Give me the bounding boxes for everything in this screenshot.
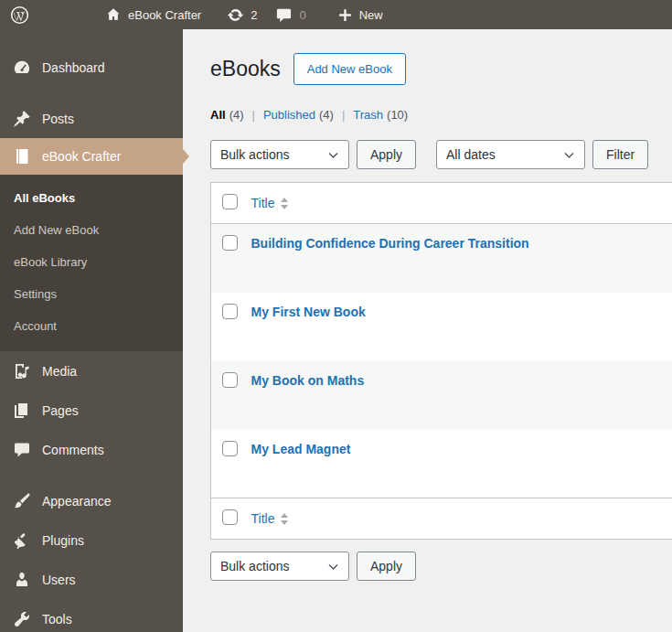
menu-separator: [0, 469, 183, 481]
admin-bar: eBook Crafter 2 0 New: [0, 0, 672, 29]
row-checkbox[interactable]: [222, 372, 238, 388]
filter-button[interactable]: Filter: [592, 140, 648, 169]
plug-icon: [13, 531, 31, 550]
user-icon: [13, 571, 31, 589]
update-icon: [227, 6, 244, 24]
sidebar-item-users[interactable]: Users: [0, 560, 183, 599]
select-all-checkbox[interactable]: [222, 194, 238, 209]
site-name-label: eBook Crafter: [128, 8, 201, 22]
sidebar-item-label: Media: [42, 364, 77, 379]
sidebar-item-label: eBook Crafter: [42, 149, 121, 164]
new-menu-item[interactable]: New: [328, 0, 392, 29]
table-row: My Book on Maths: [211, 361, 672, 430]
chevron-down-icon: [563, 149, 575, 161]
comments-icon: [13, 441, 31, 459]
sidebar-item-posts[interactable]: Posts: [0, 99, 183, 138]
apply-button-bottom[interactable]: Apply: [357, 552, 416, 581]
filter-all: All (4): [210, 108, 263, 122]
filter-published-count: (4): [319, 108, 334, 122]
pushpin-icon: [13, 110, 31, 128]
wordpress-logo-icon: [10, 5, 29, 25]
ebooks-list-table: Title Building Confidence During Career …: [210, 182, 672, 540]
row-checkbox[interactable]: [222, 235, 238, 251]
comments-menu-item[interactable]: 0: [266, 0, 315, 29]
chevron-down-icon: [327, 149, 339, 161]
sidebar-item-plugins[interactable]: Plugins: [0, 520, 183, 560]
sidebar-item-media[interactable]: Media: [0, 351, 183, 391]
filter-published: Published (4): [263, 108, 353, 122]
main-content: eBooks Add New eBook All (4) Published (…: [183, 29, 672, 632]
filter-trash: Trash (10): [353, 108, 408, 122]
new-label: New: [359, 8, 383, 22]
filter-trash-count: (10): [387, 108, 408, 122]
menu-separator: [0, 87, 183, 99]
table-row: Building Confidence During Career Transi…: [211, 224, 672, 293]
ebook-title-link[interactable]: My Book on Maths: [251, 373, 365, 388]
pages-icon: [13, 402, 31, 420]
filter-all-link[interactable]: All: [210, 108, 226, 122]
table-row: My First New Book: [211, 293, 672, 361]
wrench-icon: [13, 610, 31, 628]
ebook-title-link[interactable]: My First New Book: [251, 305, 366, 319]
dates-filter-select[interactable]: All dates: [436, 140, 585, 169]
add-new-ebook-button[interactable]: Add New eBook: [293, 53, 406, 85]
filter-published-link[interactable]: Published: [263, 108, 315, 122]
sidebar-item-label: Pages: [42, 403, 79, 418]
dates-selected-value: All dates: [446, 147, 496, 162]
table-header-row: Title: [211, 183, 672, 224]
sort-arrows-icon: [281, 198, 288, 209]
submenu-item-add-new-ebook[interactable]: Add New eBook: [0, 214, 183, 246]
filter-all-count: (4): [229, 108, 244, 122]
sidebar-item-label: Tools: [42, 612, 72, 627]
table-footer-row: Title: [211, 498, 672, 540]
sidebar-item-label: Plugins: [42, 533, 84, 548]
sidebar-item-label: Posts: [42, 112, 74, 126]
wordpress-menu-item[interactable]: [0, 0, 39, 29]
filter-trash-link[interactable]: Trash: [353, 108, 383, 122]
select-all-checkbox[interactable]: [222, 509, 238, 525]
sidebar-item-label: Appearance: [42, 494, 112, 509]
sidebar-item-pages[interactable]: Pages: [0, 391, 183, 430]
updates-menu-item[interactable]: 2: [218, 0, 266, 29]
row-checkbox[interactable]: [222, 304, 238, 319]
sidebar-item-label: Dashboard: [42, 60, 105, 75]
sidebar-item-tools[interactable]: Tools: [0, 599, 183, 632]
row-checkbox[interactable]: [222, 441, 238, 456]
submenu-item-account[interactable]: Account: [0, 310, 183, 342]
title-column-label: Title: [251, 196, 275, 210]
table-toolbar-bottom: Bulk actions Apply: [210, 552, 672, 581]
ebook-title-link[interactable]: Building Confidence During Career Transi…: [251, 236, 529, 251]
status-filter-links: All (4) Published (4) Trash (10): [210, 108, 672, 122]
sidebar-item-ebook-crafter[interactable]: eBook Crafter: [0, 138, 183, 175]
comments-count: 0: [299, 8, 305, 22]
media-icon: [13, 362, 31, 380]
submenu-item-settings[interactable]: Settings: [0, 278, 183, 310]
submenu-item-ebook-library[interactable]: eBook Library: [0, 246, 183, 278]
paintbrush-icon: [13, 492, 31, 510]
sidebar-item-comments[interactable]: Comments: [0, 430, 183, 469]
admin-sidebar: Dashboard Posts eBook Crafter All eBooks…: [0, 29, 183, 632]
home-icon: [105, 6, 122, 23]
ebook-crafter-submenu: All eBooks Add New eBook eBook Library S…: [0, 175, 183, 351]
bulk-actions-select-bottom[interactable]: Bulk actions: [210, 552, 349, 581]
book-icon: [13, 147, 31, 166]
bulk-actions-selected-value: Bulk actions: [220, 147, 289, 162]
apply-button[interactable]: Apply: [357, 140, 416, 169]
title-column-sort[interactable]: Title: [251, 511, 289, 526]
chevron-down-icon: [327, 561, 339, 573]
site-name-menu-item[interactable]: eBook Crafter: [96, 0, 210, 29]
bulk-actions-selected-value: Bulk actions: [220, 559, 289, 573]
sidebar-item-dashboard[interactable]: Dashboard: [0, 48, 183, 87]
bulk-actions-select[interactable]: Bulk actions: [210, 140, 349, 169]
dashboard-icon: [13, 59, 31, 77]
ebook-title-link[interactable]: My Lead Magnet: [251, 442, 351, 456]
title-column-label: Title: [251, 511, 275, 526]
table-row: My Lead Magnet: [211, 430, 672, 498]
sidebar-item-label: Comments: [42, 443, 104, 457]
title-column-sort[interactable]: Title: [251, 196, 289, 210]
comment-bubble-icon: [275, 6, 293, 24]
page-title: eBooks: [210, 56, 281, 83]
submenu-item-all-ebooks[interactable]: All eBooks: [0, 182, 183, 214]
updates-count: 2: [251, 8, 257, 22]
sidebar-item-appearance[interactable]: Appearance: [0, 481, 183, 520]
